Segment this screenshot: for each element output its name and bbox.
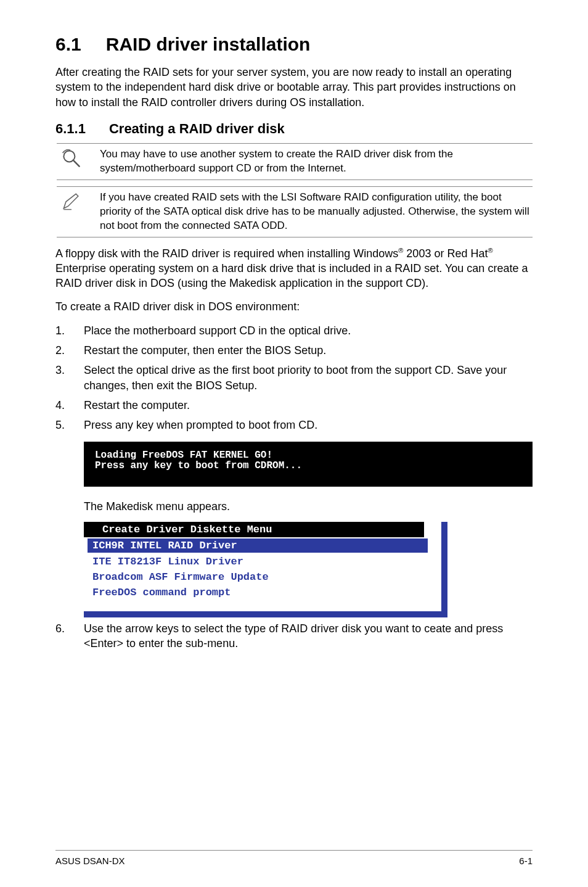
followup-text: The Makedisk menu appears. (84, 500, 533, 513)
page-footer: ASUS DSAN-DX 6-1 (55, 850, 533, 866)
magnifier-icon (57, 147, 100, 172)
list-item: Select the optical drive as the first bo… (55, 363, 533, 393)
menu-item[interactable]: Broadcom ASF Firmware Update (88, 569, 438, 585)
list-item: Place the motherboard support CD in the … (55, 323, 533, 338)
pen-icon (57, 191, 100, 215)
subsection-title: Creating a RAID driver disk (109, 121, 285, 136)
menu-header: Create Driver Diskette Menu (84, 522, 424, 537)
footer-right: 6-1 (519, 856, 533, 866)
terminal-line: Press any key to boot from CDROM... (95, 461, 521, 472)
list-item: Restart the computer. (55, 398, 533, 413)
note-box-tip: If you have created RAID sets with the L… (57, 186, 533, 237)
menu-box: Create Driver Diskette Menu ICH9R INTEL … (84, 522, 447, 617)
note-text: You may have to use another system to cr… (100, 147, 533, 176)
menu-item[interactable]: ITE IT8213F Linux Driver (88, 554, 438, 569)
steps-list: Place the motherboard support CD in the … (55, 323, 533, 433)
list-item: Use the arrow keys to select the type of… (55, 621, 533, 651)
subsection-heading: 6.1.1Creating a RAID driver disk (55, 121, 533, 137)
terminal-line: Loading FreeDOS FAT KERNEL GO! (95, 450, 521, 461)
body-paragraph: A floppy disk with the RAID driver is re… (55, 246, 533, 291)
svg-line-1 (73, 160, 80, 167)
body-paragraph-lead: To create a RAID driver disk in DOS envi… (55, 299, 533, 314)
subsection-number: 6.1.1 (55, 121, 86, 137)
section-title: RAID driver installation (106, 34, 311, 54)
menu-inner: Create Driver Diskette Menu ICH9R INTEL … (84, 522, 441, 611)
steps-list-continued: Use the arrow keys to select the type of… (55, 621, 533, 651)
section-number: 6.1 (55, 34, 81, 55)
footer-left: ASUS DSAN-DX (55, 856, 125, 866)
page-heading: 6.1RAID driver installation (55, 34, 533, 55)
terminal-output: Loading FreeDOS FAT KERNEL GO! Press any… (84, 442, 533, 487)
note-text: If you have created RAID sets with the L… (100, 191, 533, 233)
note-box-info: You may have to use another system to cr… (57, 143, 533, 180)
list-item: Press any key when prompted to boot from… (55, 418, 533, 432)
menu-item-selected[interactable]: ICH9R INTEL RAID Driver (88, 538, 428, 553)
menu-item[interactable]: FreeDOS command prompt (88, 585, 438, 600)
list-item: Restart the computer, then enter the BIO… (55, 343, 533, 358)
intro-paragraph: After creating the RAID sets for your se… (55, 65, 533, 110)
